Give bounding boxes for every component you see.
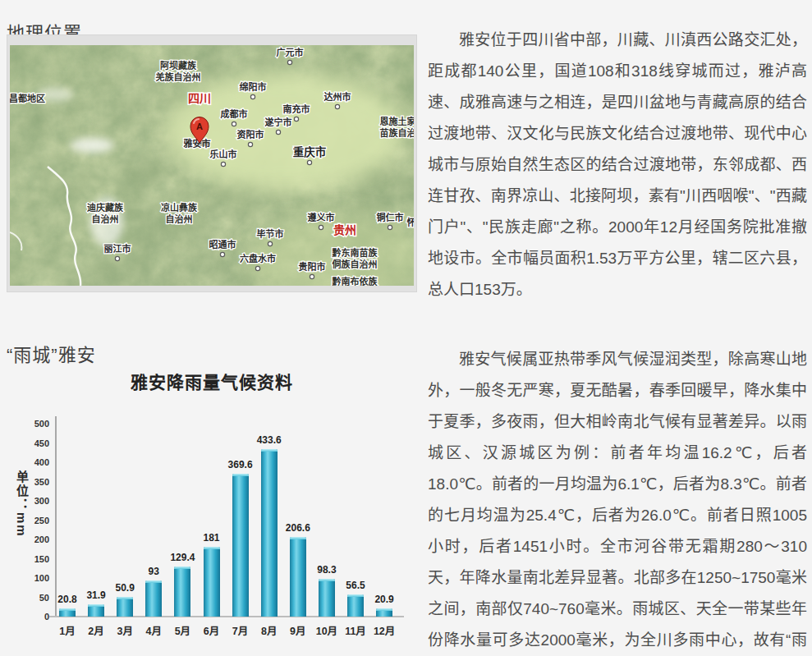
bar-cap bbox=[174, 567, 190, 569]
bar-value-label: 433.6 bbox=[248, 434, 291, 447]
city-dot bbox=[319, 225, 323, 229]
y-axis-line bbox=[55, 416, 57, 617]
bar-value-label: 206.6 bbox=[277, 522, 319, 534]
bar-value-label: 98.3 bbox=[305, 564, 348, 576]
bar-cap bbox=[261, 449, 278, 452]
map-label: 苗族自治州 bbox=[380, 127, 415, 138]
y-tick-label: 100 bbox=[18, 572, 49, 584]
rainfall-chart: 雅安降雨量气候资料 单位：mm 050100150200250300350400… bbox=[7, 364, 417, 653]
y-tick-label: 0 bbox=[18, 611, 49, 622]
map-label: 毕节市 bbox=[257, 228, 284, 239]
map-label: 黔南布依族 bbox=[333, 276, 378, 286]
y-tick-label: 200 bbox=[18, 534, 49, 545]
map-label: 昭通市 bbox=[209, 239, 236, 250]
map-label: 昌都地区 bbox=[10, 93, 45, 103]
bar-8月 bbox=[261, 449, 278, 617]
y-tick-label: 350 bbox=[18, 476, 49, 488]
y-tick-label: 500 bbox=[18, 418, 49, 429]
city-dot bbox=[268, 241, 272, 245]
bar-value-label: 369.6 bbox=[219, 459, 262, 471]
city-dot bbox=[250, 94, 255, 99]
city-dot bbox=[248, 142, 252, 146]
city-dot bbox=[276, 130, 280, 134]
city-dot bbox=[307, 160, 311, 164]
bar-value-label: 20.9 bbox=[363, 594, 406, 606]
map-label: 自治州 bbox=[166, 213, 193, 224]
bar-value-label: 129.4 bbox=[161, 552, 204, 564]
page: { "sections": { "geo": { "title": "地理位置"… bbox=[0, 0, 812, 656]
rain-paragraph: 雅安气候属亚热带季风气候湿润类型，除高寒山地外，一般冬无严寒，夏无酷暑，春季回暖… bbox=[428, 344, 807, 656]
map-label: 贵阳市 bbox=[299, 261, 326, 272]
geo-paragraph: 雅安位于四川省中部，川藏、川滇西公路交汇处，距成都140公里，国道108和318… bbox=[428, 25, 807, 305]
map-label: 铜仁市 bbox=[376, 212, 404, 222]
bar-value-label: 50.9 bbox=[103, 582, 146, 594]
city-dot bbox=[287, 60, 291, 64]
map-label: 南充市 bbox=[283, 103, 310, 114]
map-label: 黔东南苗族 bbox=[333, 247, 378, 258]
bar-cap bbox=[88, 604, 104, 607]
y-tick-label: 50 bbox=[18, 592, 49, 603]
bar-4月 bbox=[145, 580, 162, 617]
map-label: 绵阳市 bbox=[240, 81, 267, 92]
bar-cap bbox=[145, 580, 162, 583]
map-label: 凉山彝族 bbox=[161, 202, 198, 213]
map-label: 四川 bbox=[188, 92, 211, 105]
map-label: 遵义市 bbox=[308, 212, 335, 222]
city-dot bbox=[388, 225, 392, 229]
bar-cap bbox=[319, 579, 335, 581]
y-tick-label: 250 bbox=[18, 515, 49, 526]
geo-text-column: 雅安位于四川省中部，川藏、川滇西公路交汇处，距成都140公里，国道108和318… bbox=[428, 25, 807, 305]
bar-11月 bbox=[347, 594, 364, 617]
map-image-frame: 昌都地区阿坝藏族羌族自治州四川广元市绵阳市达州市成都市南充市遂宁市资阳市雅安市乐… bbox=[7, 34, 417, 292]
bar-cap bbox=[204, 547, 220, 549]
map-label: 羌族自治州 bbox=[156, 71, 201, 82]
city-dot bbox=[310, 274, 314, 278]
bar-6月 bbox=[204, 547, 220, 617]
map-label: 恩施土家族 bbox=[380, 116, 415, 126]
map-label: 阿坝藏族 bbox=[160, 60, 197, 71]
bar-cap bbox=[117, 597, 133, 599]
map-label: 广元市 bbox=[277, 47, 304, 57]
map-label: 达州市 bbox=[324, 91, 351, 102]
terrain-map: 昌都地区阿坝藏族羌族自治州四川广元市绵阳市达州市成都市南充市遂宁市资阳市雅安市乐… bbox=[10, 45, 414, 286]
bar-1月 bbox=[59, 608, 76, 617]
bar-5月 bbox=[174, 567, 190, 617]
x-tick-label: 12月 bbox=[366, 622, 402, 638]
city-dot bbox=[255, 266, 259, 270]
bar-value-label: 93 bbox=[132, 566, 175, 578]
y-tick-label: 450 bbox=[18, 438, 49, 449]
map-label: 遂宁市 bbox=[265, 117, 292, 127]
bar-3月 bbox=[117, 597, 133, 617]
city-dot bbox=[220, 252, 224, 256]
map-label: 侗族自治州 bbox=[332, 259, 378, 269]
city-dot bbox=[335, 104, 339, 108]
section-title-rain: “雨城”雅安 bbox=[7, 340, 96, 366]
map-label: 六盘水市 bbox=[240, 253, 276, 264]
bar-2月 bbox=[88, 604, 104, 617]
snow-patch-1 bbox=[71, 138, 113, 153]
bar-9月 bbox=[290, 537, 306, 617]
bar-7月 bbox=[232, 474, 249, 617]
map-label: 怀化市 bbox=[407, 217, 415, 227]
y-tick-label: 150 bbox=[18, 553, 49, 565]
map-label: 乐山市 bbox=[210, 149, 237, 159]
y-tick-label: 300 bbox=[18, 495, 49, 507]
city-dot bbox=[294, 117, 298, 121]
bar-value-label: 181 bbox=[190, 532, 233, 544]
map-label: 资阳市 bbox=[237, 129, 264, 140]
chart-plot: 单位：mm 05010015020025030035040045050020.8… bbox=[7, 392, 417, 653]
bar-10月 bbox=[319, 579, 335, 617]
bar-cap bbox=[290, 537, 306, 539]
bar-cap bbox=[347, 594, 364, 597]
map-label: 贵州 bbox=[333, 223, 356, 236]
city-dot bbox=[115, 256, 119, 260]
rain-text-column: 雅安气候属亚热带季风气候湿润类型，除高寒山地外，一般冬无严寒，夏无酷暑，春季回暖… bbox=[428, 344, 807, 656]
bar-cap bbox=[59, 608, 76, 611]
bar-cap bbox=[376, 608, 392, 611]
map-label: 迪庆藏族 bbox=[87, 202, 124, 213]
city-dot bbox=[232, 122, 236, 126]
pin-letter: A bbox=[196, 122, 203, 131]
bar-value-label: 56.5 bbox=[334, 580, 377, 592]
map-label: 重庆市 bbox=[293, 145, 327, 158]
map-label: 成都市 bbox=[221, 108, 248, 119]
